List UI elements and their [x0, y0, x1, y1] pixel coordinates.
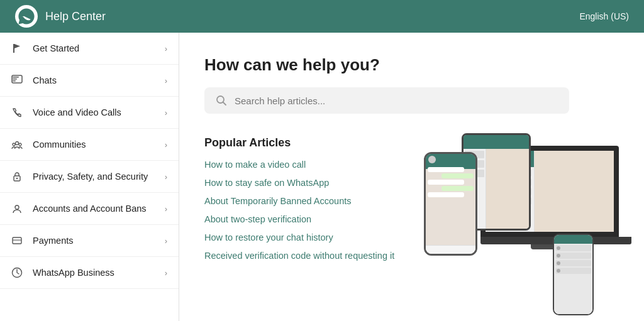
- chevron-down-icon: ›: [165, 44, 167, 53]
- search-bar[interactable]: [204, 87, 569, 114]
- sidebar-item-label: Privacy, Safety, and Security: [33, 171, 148, 182]
- whatsapp-logo: [15, 5, 38, 28]
- sidebar: Get Started › Chats ›: [0, 33, 179, 321]
- communities-icon: [10, 138, 24, 151]
- sidebar-item-label: Communities: [33, 139, 86, 150]
- lock-icon: [10, 170, 24, 183]
- main-content: How can we help you? Popular Articles Ho…: [179, 33, 644, 321]
- account-icon: [10, 202, 24, 215]
- page-title: How can we help you?: [204, 55, 619, 75]
- header: Help Center English (US): [0, 0, 644, 33]
- sidebar-item-label: WhatsApp Business: [33, 268, 114, 278]
- sidebar-item-voice-video[interactable]: Voice and Video Calls ›: [0, 97, 179, 129]
- sidebar-item-chats[interactable]: Chats ›: [0, 65, 179, 97]
- svg-point-6: [16, 142, 19, 145]
- language-selector[interactable]: English (US): [579, 11, 629, 21]
- header-title: Help Center: [45, 10, 106, 23]
- svg-rect-4: [13, 79, 17, 80]
- svg-rect-13: [13, 239, 21, 241]
- svg-point-7: [13, 143, 15, 146]
- phone-icon: [10, 106, 24, 119]
- header-left: Help Center: [15, 5, 106, 28]
- chevron-down-icon: ›: [165, 236, 167, 246]
- search-input[interactable]: [235, 95, 558, 106]
- sidebar-item-communities[interactable]: Communities ›: [0, 129, 179, 161]
- business-icon: [10, 266, 24, 280]
- svg-point-10: [16, 178, 18, 179]
- devices-illustration: [418, 133, 631, 321]
- chevron-down-icon: ›: [165, 268, 167, 278]
- svg-rect-5: [13, 80, 16, 82]
- svg-point-8: [19, 143, 21, 146]
- sidebar-item-label: Payments: [33, 236, 73, 246]
- sidebar-item-label: Voice and Video Calls: [33, 107, 121, 117]
- payments-icon: [10, 234, 24, 248]
- phone-small-device: [553, 234, 594, 315]
- sidebar-item-label: Get Started: [33, 43, 79, 53]
- sidebar-item-whatsapp-business[interactable]: WhatsApp Business ›: [0, 257, 179, 289]
- sidebar-item-privacy[interactable]: Privacy, Safety, and Security ›: [0, 161, 179, 193]
- svg-rect-3: [13, 77, 19, 78]
- chevron-down-icon: ›: [165, 76, 167, 85]
- flag-icon: [10, 41, 24, 55]
- sidebar-item-label: Accounts and Account Bans: [33, 204, 147, 214]
- svg-line-16: [223, 102, 226, 106]
- phone-large-device: [424, 152, 477, 256]
- sidebar-item-get-started[interactable]: Get Started ›: [0, 33, 179, 65]
- sidebar-item-label: Chats: [33, 75, 57, 85]
- svg-rect-1: [13, 44, 14, 53]
- sidebar-item-payments[interactable]: Payments ›: [0, 225, 179, 257]
- chat-icon: [10, 73, 24, 87]
- chevron-down-icon: ›: [165, 172, 167, 182]
- main-layout: Get Started › Chats ›: [0, 33, 644, 321]
- chevron-down-icon: ›: [165, 204, 167, 214]
- sidebar-item-accounts[interactable]: Accounts and Account Bans ›: [0, 193, 179, 225]
- chevron-down-icon: ›: [165, 140, 167, 150]
- chevron-down-icon: ›: [165, 108, 167, 117]
- search-icon: [216, 95, 227, 106]
- svg-point-11: [15, 205, 19, 209]
